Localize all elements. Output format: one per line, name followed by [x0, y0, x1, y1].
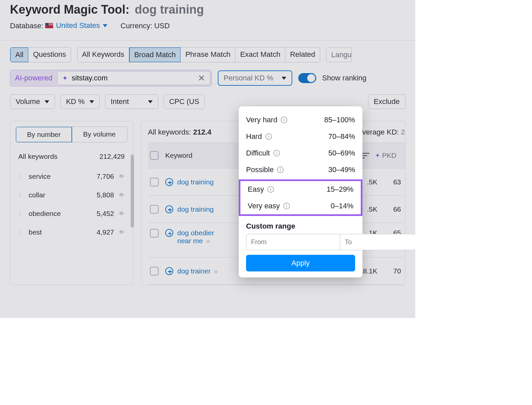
- ai-powered-pill: AI-powered ✦ sitstay.com ✕: [10, 70, 212, 86]
- ai-powered-label: AI-powered: [15, 74, 56, 82]
- info-icon[interactable]: i: [267, 186, 274, 193]
- add-icon[interactable]: [165, 229, 173, 237]
- eye-icon[interactable]: 👁: [119, 229, 125, 236]
- kd-option-difficult[interactable]: Difficulti 50–69%: [239, 145, 362, 161]
- average-kd-label: verage KD:: [362, 128, 401, 136]
- eye-icon[interactable]: 👁: [119, 210, 125, 217]
- info-icon[interactable]: i: [265, 133, 272, 140]
- sidebar-item-obedience[interactable]: 〉 obedience 5,452 👁: [16, 204, 127, 223]
- us-flag-icon: [45, 23, 53, 28]
- column-pkd[interactable]: ✦ PKD: [375, 152, 405, 159]
- match-type-group: All Keywords Broad Match Phrase Match Ex…: [77, 47, 321, 62]
- show-ranking-label: Show ranking: [322, 74, 366, 82]
- chevron-right-icon: 〉: [18, 229, 24, 236]
- kd-option-hard[interactable]: Hardi 70–84%: [239, 128, 362, 145]
- sidebar-all-keywords-count: 212,429: [99, 152, 125, 160]
- exclude-filter[interactable]: Exclude: [368, 94, 405, 109]
- sidebar-tab-by-number[interactable]: By number: [16, 127, 72, 143]
- scrollbar[interactable]: [131, 154, 134, 228]
- database-label: Database:: [10, 22, 43, 30]
- sidebar-all-keywords-label: All keywords: [18, 152, 58, 160]
- database-value: United States: [56, 21, 100, 30]
- tab-all-keywords[interactable]: All Keywords: [77, 48, 129, 62]
- sidebar-item-collar[interactable]: 〉 collar 5,808 👁: [16, 186, 127, 204]
- add-icon[interactable]: [165, 267, 173, 275]
- tab-related[interactable]: Related: [285, 48, 320, 62]
- language-filter[interactable]: Langu: [326, 48, 352, 62]
- sparkle-icon: ✦: [375, 152, 380, 159]
- custom-range-label: Custom range: [239, 217, 362, 234]
- chevron-right-icon: 〉: [18, 191, 24, 199]
- intent-filter[interactable]: Intent: [105, 94, 158, 109]
- chevron-down-icon: [282, 77, 286, 80]
- tab-phrase-match[interactable]: Phrase Match: [181, 48, 235, 62]
- kd-option-possible[interactable]: Possiblei 30–49%: [239, 161, 362, 178]
- info-icon[interactable]: i: [273, 150, 280, 156]
- info-icon[interactable]: i: [283, 203, 290, 209]
- sparkle-icon: ✦: [62, 74, 68, 82]
- domain-input[interactable]: ✦ sitstay.com ✕: [57, 71, 210, 85]
- tab-exact-match[interactable]: Exact Match: [235, 48, 285, 62]
- eye-icon[interactable]: 👁: [119, 173, 125, 180]
- volume-filter[interactable]: Volume: [10, 94, 55, 109]
- row-checkbox[interactable]: [150, 267, 159, 275]
- apply-button[interactable]: Apply: [246, 255, 355, 271]
- pkd-cell: 63: [380, 178, 405, 186]
- info-icon[interactable]: i: [277, 166, 284, 173]
- sidebar-item-best[interactable]: 〉 best 4,927 👁: [16, 223, 127, 242]
- row-checkbox[interactable]: [150, 229, 159, 238]
- chevron-down-icon: [45, 100, 49, 103]
- personal-kd-dropdown[interactable]: Personal KD %: [218, 70, 292, 86]
- database-selector[interactable]: United States: [45, 21, 107, 30]
- eye-icon[interactable]: 👁: [119, 192, 125, 199]
- personal-kd-dropdown-panel: Very hardi 85–100% Hardi 70–84% Difficul…: [239, 106, 362, 277]
- sidebar-tab-by-volume[interactable]: By volume: [72, 127, 127, 142]
- add-icon[interactable]: [165, 178, 173, 186]
- custom-range-from-input[interactable]: [246, 234, 340, 250]
- pkd-cell: 70: [380, 267, 405, 275]
- pkd-cell: 66: [380, 205, 405, 213]
- row-checkbox[interactable]: [150, 205, 159, 214]
- cpc-filter[interactable]: CPC (US: [164, 94, 205, 109]
- page-title: Keyword Magic Tool:: [10, 3, 129, 17]
- chevron-down-icon: [89, 100, 94, 103]
- keyword-type-group: All Questions: [10, 47, 71, 62]
- highlighted-options: Easyi 15–29% Very easyi 0–14%: [239, 179, 362, 216]
- sidebar-item-service[interactable]: 〉 service 7,706 👁: [16, 167, 127, 186]
- personal-kd-label: Personal KD %: [224, 74, 273, 82]
- domain-value: sitstay.com: [72, 74, 108, 82]
- show-ranking-toggle[interactable]: [298, 73, 316, 83]
- total-keywords-label: All keywords:: [148, 128, 193, 136]
- divider: [0, 40, 415, 41]
- tab-questions[interactable]: Questions: [28, 48, 70, 62]
- total-keywords-value: 212.4: [193, 128, 211, 136]
- chevron-down-icon: [148, 100, 153, 103]
- info-icon[interactable]: i: [281, 117, 287, 123]
- chevron-right-icon: 〉: [18, 210, 24, 218]
- kd-filter[interactable]: KD %: [60, 94, 99, 109]
- clear-icon[interactable]: ✕: [198, 73, 205, 83]
- kd-option-very-hard[interactable]: Very hardi 85–100%: [239, 112, 362, 128]
- sidebar: By number By volume All keywords 212,429…: [10, 121, 133, 285]
- currency-label: Currency: USD: [121, 22, 170, 30]
- add-icon[interactable]: [165, 205, 173, 213]
- kd-option-very-easy[interactable]: Very easyi 0–14%: [240, 198, 361, 214]
- kd-option-easy[interactable]: Easyi 15–29%: [240, 181, 361, 198]
- chevron-right-icon: 〉: [18, 173, 24, 180]
- chevron-down-icon: [103, 24, 107, 27]
- row-checkbox[interactable]: [150, 178, 159, 186]
- average-kd-value: 2: [401, 128, 405, 136]
- page-query: dog training: [135, 3, 204, 17]
- tab-broad-match[interactable]: Broad Match: [129, 47, 181, 62]
- tab-all[interactable]: All: [10, 47, 29, 62]
- select-all-checkbox[interactable]: [150, 151, 159, 160]
- custom-range-to-input[interactable]: [340, 234, 415, 250]
